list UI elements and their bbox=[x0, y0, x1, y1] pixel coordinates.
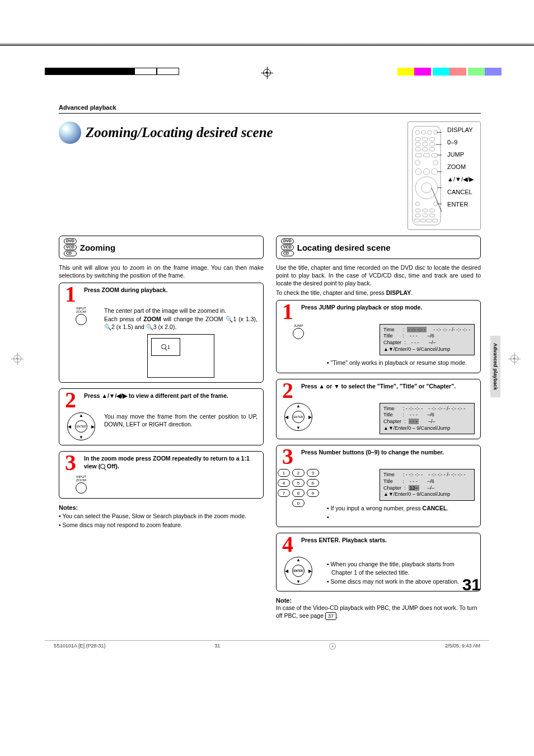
zoom-step-2: 2 Press ▲/▼/◀/▶ to view a different part… bbox=[59, 388, 264, 445]
step-title: Press ZOOM during playback. bbox=[84, 287, 257, 302]
remote-label: DISPLAY bbox=[447, 126, 474, 133]
divider bbox=[59, 113, 481, 114]
subheader-title: Locating desired scene bbox=[297, 243, 391, 252]
step-title: Press ▲ or ▼ to select the "Time", "Titl… bbox=[301, 383, 475, 398]
remote-label: 0–9 bbox=[447, 139, 474, 145]
remote-label: ▲/▼/◀/▶ bbox=[447, 176, 474, 183]
gradient-rule bbox=[0, 43, 534, 46]
locate-step-1: 1 Press JUMP during playback or stop mod… bbox=[276, 300, 481, 373]
step-title: Press ▲/▼/◀/▶ to view a different part o… bbox=[84, 392, 257, 408]
remote-label: JUMP bbox=[447, 151, 474, 158]
subheader-title: Zooming bbox=[80, 243, 115, 252]
remote-label: ZOOM bbox=[447, 163, 474, 170]
page-title: Zooming/Locating desired scene bbox=[86, 125, 273, 140]
step-title: Press JUMP during playback or stop mode. bbox=[301, 304, 475, 320]
note-text: In case of the Video-CD playback with PB… bbox=[276, 604, 481, 620]
footer-right: 2/5/05, 9:43 AM bbox=[445, 643, 480, 663]
osd-panel: Time : - -:- -:- - - -:- -:- - /- -:- -:… bbox=[380, 469, 475, 501]
remote-label: ENTER bbox=[447, 201, 474, 208]
arrow-pad-icon: ENTER ▲▼◀▶ bbox=[284, 403, 312, 431]
registration-mark-icon: ✦ bbox=[329, 643, 336, 650]
button-label: JUMP bbox=[294, 324, 303, 327]
step-number: 1 bbox=[282, 304, 297, 320]
note-item: Some discs may not respond to zoom featu… bbox=[59, 521, 264, 529]
step-number: 2 bbox=[282, 383, 297, 398]
step-number: 4 bbox=[282, 537, 297, 552]
osd-panel: Time : - -:- -:- - - -:- -:- - /- -:- -:… bbox=[380, 324, 475, 356]
crop-marks-bar: ✦ bbox=[0, 43, 534, 93]
note-item: You can select the Pause, Slow or Search… bbox=[59, 512, 264, 520]
thumb-tab: Advanced playback bbox=[490, 336, 500, 397]
notes-heading: Notes: bbox=[59, 504, 264, 511]
step-number: 3 bbox=[282, 449, 297, 464]
disc-type-icons: DVDVCDCD bbox=[64, 238, 77, 256]
locate-step-4: 4 Press ENTER. Playback starts. ENTER ▲▼… bbox=[276, 533, 481, 591]
page-reference: 37 bbox=[325, 612, 336, 620]
step-title: In the zoom mode press ZOOM repeatedly t… bbox=[84, 455, 257, 471]
zooming-header: DVDVCDCD Zooming bbox=[59, 236, 264, 259]
note-heading: Note: bbox=[276, 597, 481, 604]
step-body-text: The center part of the image will be zoo… bbox=[104, 307, 257, 314]
cmyk-color-bar bbox=[397, 68, 502, 77]
step-title: Press Number buttons (0–9) to change the… bbox=[301, 449, 475, 464]
locate-step-2: 2 Press ▲ or ▼ to select the "Time", "Ti… bbox=[276, 379, 481, 440]
registration-mark-icon: ✦ bbox=[263, 69, 271, 77]
button-label: INPUT ZOOM bbox=[76, 307, 86, 313]
arrow-pad-icon: ENTER ▲▼◀▶ bbox=[67, 412, 95, 440]
bullet-item: When you change the title, playback star… bbox=[321, 560, 475, 576]
black-registration-blocks bbox=[45, 68, 179, 76]
page-number: 31 bbox=[462, 575, 481, 594]
bullet-item: "Time" only works in playback or resume … bbox=[321, 359, 475, 367]
locating-intro: Use the title, chapter and time recorded… bbox=[276, 264, 481, 288]
osd-panel: Time : - -:- -:- - - -:- -:- - /- -:- -:… bbox=[380, 403, 475, 435]
locating-header: DVDVCDCD Locating desired scene bbox=[276, 236, 481, 259]
zoom-button-icon bbox=[76, 314, 87, 325]
arrow-pad-icon: ENTER ▲▼◀▶ bbox=[284, 557, 312, 585]
bullet-item: If you input a wrong number, press CANCE… bbox=[321, 504, 475, 512]
zooming-intro: This unit will allow you to zoom in on t… bbox=[59, 264, 264, 279]
locating-check: To check the title, chapter and time, pr… bbox=[276, 289, 481, 297]
step-title: Press ENTER. Playback starts. bbox=[301, 537, 475, 552]
zoom-step-3: 3 In the zoom mode press ZOOM repeatedly… bbox=[59, 451, 264, 499]
remote-label: CANCEL bbox=[447, 189, 474, 195]
remote-icon bbox=[411, 125, 442, 226]
zoom-osd-frame: 1 bbox=[147, 334, 214, 378]
notes-list: You can select the Pause, Slow or Search… bbox=[59, 512, 264, 529]
bullet-item bbox=[321, 513, 475, 521]
number-pad-icon: 123 456 789 0 bbox=[278, 469, 319, 507]
zoom-button-icon bbox=[76, 482, 87, 494]
jump-button-icon bbox=[293, 328, 304, 339]
step-number: 3 bbox=[65, 455, 79, 471]
zoom-step-1: 1 Press ZOOM during playback. INPUT ZOOM… bbox=[59, 283, 264, 383]
step-number: 2 bbox=[65, 392, 79, 408]
print-footer: 5S10101A [E] (P28-31) 31 ✦ 2/5/05, 9:43 … bbox=[45, 640, 489, 663]
disc-type-icons: DVDVCDCD bbox=[281, 238, 294, 256]
step-body-text: Each press of ZOOM will change the ZOOM … bbox=[104, 315, 257, 331]
remote-diagram: DISPLAY 0–9 JUMP ZOOM ▲/▼/◀/▶ CANCEL ENT… bbox=[407, 121, 481, 230]
step-body-text: You may move the frame from the center p… bbox=[104, 412, 257, 440]
button-label: INPUT ZOOM bbox=[76, 475, 86, 482]
sphere-ornament-icon bbox=[59, 121, 81, 144]
magnifier-icon bbox=[161, 344, 166, 349]
magnifier-icon bbox=[100, 464, 105, 469]
step-number: 1 bbox=[65, 287, 79, 302]
locate-step-3: 3 Press Number buttons (0–9) to change t… bbox=[276, 445, 481, 527]
footer-left: 5S10101A [E] (P28-31) bbox=[54, 643, 106, 663]
bullet-item: Some discs may not work in the above ope… bbox=[321, 577, 475, 585]
zoom-level: 1 bbox=[167, 344, 170, 350]
running-header: Advanced playback bbox=[59, 104, 481, 111]
footer-mid: 31 bbox=[214, 643, 220, 663]
